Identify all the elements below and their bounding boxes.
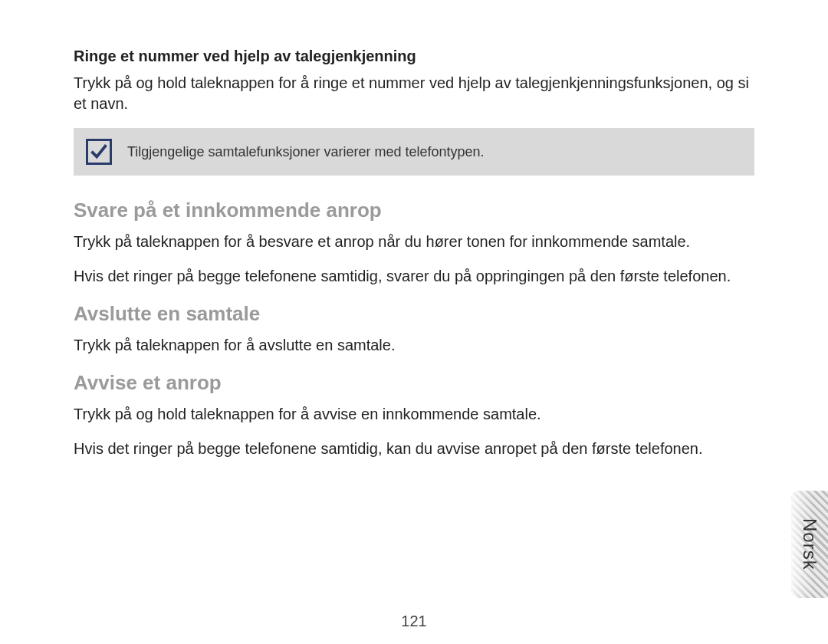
manual-page: Ringe et nummer ved hjelp av talegjenkje… [0,0,828,644]
voice-dial-body: Trykk på og hold taleknappen for å ringe… [74,73,754,114]
language-tab-label: Norsk [799,518,820,570]
note-callout: Tilgjengelige samtalefunksjoner varierer… [74,128,754,176]
page-content: Ringe et nummer ved hjelp av talegjenkje… [0,0,828,459]
checkbox-icon [86,139,112,165]
reject-heading: Avvise et anrop [74,370,754,396]
tab-label-wrap: Norsk [791,491,828,598]
reject-p1: Trykk på og hold taleknappen for å avvis… [74,404,754,425]
answer-p2: Hvis det ringer på begge telefonene samt… [74,266,754,287]
end-heading: Avslutte en samtale [74,301,754,327]
voice-dial-heading: Ringe et nummer ved hjelp av talegjenkje… [74,46,754,67]
reject-p2: Hvis det ringer på begge telefonene samt… [74,439,754,459]
page-number: 121 [0,613,828,630]
answer-p1: Trykk på taleknappen for å besvare et an… [74,232,754,252]
answer-heading: Svare på et innkommende anrop [74,197,754,224]
end-p1: Trykk på taleknappen for å avslutte en s… [74,335,754,356]
language-tab: Norsk [791,491,828,598]
note-text: Tilgjengelige samtalefunksjoner varierer… [127,143,485,161]
